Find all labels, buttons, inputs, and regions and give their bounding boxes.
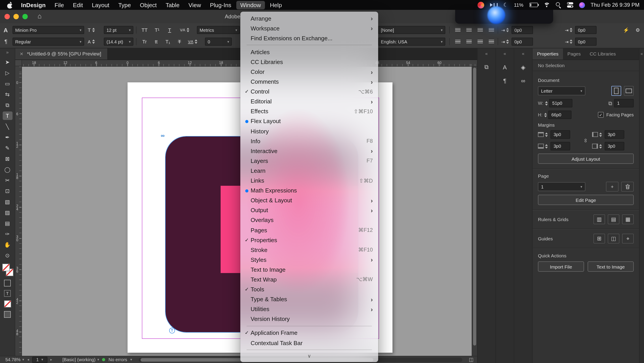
spread-view-icon[interactable]: ◫ bbox=[469, 357, 474, 362]
tracking-field[interactable]: 0 ▾ bbox=[205, 38, 232, 46]
collapse-panels-icon[interactable]: « bbox=[641, 52, 643, 363]
underline-button[interactable]: T bbox=[165, 26, 174, 34]
menu-item-version-history[interactable]: Version History bbox=[240, 314, 378, 324]
menubar-item-file[interactable]: File bbox=[50, 1, 68, 9]
right-indent-stepper[interactable] bbox=[506, 38, 510, 45]
tab-properties[interactable]: Properties bbox=[532, 48, 563, 60]
menu-item-stroke[interactable]: Stroke⌘F10 bbox=[240, 245, 378, 255]
show-guides-button[interactable]: ⊞ bbox=[594, 234, 605, 244]
menu-scroll-down-icon[interactable]: ∨ bbox=[240, 352, 378, 360]
ellipse-tool[interactable]: ◯ bbox=[2, 165, 12, 174]
pages-count-field[interactable]: 1 bbox=[614, 99, 634, 108]
document-tab[interactable]: ✕ *Untitled-9 @ 55% [GPU Preview] bbox=[15, 48, 108, 60]
menu-item-control[interactable]: ✓Control⌥⌘6 bbox=[240, 86, 378, 96]
page-next-icon[interactable]: ▸ bbox=[50, 358, 52, 362]
font-size-stepper[interactable] bbox=[92, 27, 96, 33]
menu-item-pages[interactable]: Pages⌘F12 bbox=[240, 225, 378, 235]
zoom-window-button[interactable] bbox=[22, 14, 28, 19]
scissors-tool[interactable]: ✂ bbox=[2, 176, 12, 184]
menu-item-type-tables[interactable]: Type & Tables› bbox=[240, 294, 378, 304]
kerning-field[interactable]: Metrics ▾ bbox=[197, 26, 240, 34]
character-formatting-icon[interactable]: A bbox=[4, 24, 8, 35]
menu-item-editorial[interactable]: Editorial› bbox=[240, 97, 378, 106]
first-line-indent-field[interactable]: 0p0 bbox=[575, 26, 597, 34]
paragraph-formatting-icon[interactable]: ¶ bbox=[4, 36, 8, 47]
align-center-button[interactable] bbox=[464, 26, 474, 34]
vertical-ruler[interactable]: 0612182430364248 bbox=[15, 66, 22, 356]
margin-top-stepper[interactable] bbox=[545, 131, 549, 138]
align-left-button[interactable] bbox=[453, 26, 463, 34]
font-style-select[interactable]: Regular ▾ bbox=[12, 38, 84, 46]
menu-item-find-extensions-on-exchange[interactable]: Find Extensions on Exchange... bbox=[240, 33, 378, 43]
menubar-item-help[interactable]: Help bbox=[266, 1, 286, 9]
character-styles-panel-icon[interactable]: A bbox=[500, 62, 510, 72]
superscript-button[interactable]: T¹ bbox=[152, 26, 162, 34]
wifi-icon[interactable] bbox=[544, 2, 550, 8]
menubar-app-icon[interactable] bbox=[477, 2, 484, 8]
rulers-toggle-button[interactable]: ▥ bbox=[594, 214, 605, 224]
portrait-orientation-button[interactable] bbox=[611, 86, 621, 96]
menu-item-styles[interactable]: Styles› bbox=[240, 255, 378, 265]
small-caps-button[interactable]: Tr bbox=[140, 37, 150, 46]
links-panel-icon[interactable]: ∞ bbox=[518, 76, 528, 86]
justify-button[interactable] bbox=[486, 26, 496, 34]
object-style-select[interactable]: [None] ▾ bbox=[378, 26, 445, 34]
menubar-item-view[interactable]: View bbox=[184, 1, 205, 9]
apply-none-button[interactable] bbox=[4, 300, 11, 308]
menubar-item-layout[interactable]: Layout bbox=[88, 1, 114, 9]
menu-item-effects[interactable]: Effects⇧⌘F10 bbox=[240, 106, 378, 116]
margin-top-field[interactable]: 3p0 bbox=[550, 130, 570, 139]
pen-tool[interactable]: ✒ bbox=[2, 133, 12, 142]
menu-item-workspace[interactable]: Workspace› bbox=[240, 23, 378, 33]
menubar-item-edit[interactable]: Edit bbox=[69, 1, 87, 9]
chevron-down-icon[interactable]: ▾ bbox=[130, 358, 132, 362]
collapse-panels-icon[interactable]: « bbox=[504, 48, 506, 59]
content-collector-tool[interactable]: ⧉ bbox=[2, 101, 12, 109]
text-to-image-button[interactable]: Text to Image bbox=[588, 262, 634, 272]
baseline-grid-toggle-button[interactable]: ▤ bbox=[608, 214, 620, 224]
font-size-field[interactable]: 12 pt ▾ bbox=[104, 26, 133, 34]
spotlight-icon[interactable] bbox=[556, 2, 561, 8]
right-indent-field[interactable]: 0p0 bbox=[512, 38, 533, 46]
margin-right-field[interactable]: 3p0 bbox=[604, 142, 624, 150]
lock-guides-button[interactable]: ◫ bbox=[608, 234, 620, 244]
collapse-panels-icon[interactable]: « bbox=[522, 48, 524, 59]
tracking-stepper[interactable] bbox=[195, 38, 199, 45]
leading-field[interactable]: (14.4 pt) ▾ bbox=[104, 38, 133, 46]
landscape-orientation-button[interactable] bbox=[624, 86, 634, 96]
control-center-icon[interactable] bbox=[567, 2, 573, 8]
line-tool[interactable]: ╲ bbox=[2, 122, 12, 131]
menu-item-color[interactable]: Color› bbox=[240, 67, 378, 77]
fill-swatch[interactable] bbox=[2, 264, 10, 271]
margin-bottom-field[interactable]: 3p0 bbox=[550, 142, 570, 150]
menu-item-contextual-task-bar[interactable]: Contextual Task Bar bbox=[240, 338, 378, 348]
justify-left-button[interactable] bbox=[453, 37, 463, 46]
menubar-clock[interactable]: Thu Feb 26 9:39 PM bbox=[590, 2, 640, 8]
page-number-field[interactable]: 1 ▾ bbox=[32, 356, 47, 363]
hand-tool[interactable]: ✋ bbox=[2, 240, 12, 249]
ruler-corner[interactable] bbox=[15, 60, 22, 66]
menu-item-arrange[interactable]: Arrange› bbox=[240, 14, 378, 23]
expand-panels-icon[interactable]: » bbox=[6, 48, 8, 56]
menubar-item-object[interactable]: Object bbox=[136, 1, 161, 9]
menu-item-output[interactable]: Output› bbox=[240, 206, 378, 215]
tab-cc-libraries[interactable]: CC Libraries bbox=[585, 48, 620, 60]
menu-item-interactive[interactable]: Interactive› bbox=[240, 146, 378, 156]
add-page-button[interactable]: + bbox=[606, 182, 618, 192]
preflight-profile-control[interactable]: [Basic] (working) ▾ bbox=[62, 357, 99, 362]
adjust-layout-button[interactable]: Adjust Layout bbox=[538, 154, 634, 164]
import-file-button[interactable]: Import File bbox=[538, 262, 584, 272]
siri-menubar-icon[interactable] bbox=[579, 2, 585, 8]
menu-item-overlays[interactable]: Overlays bbox=[240, 215, 378, 225]
kerning-stepper[interactable] bbox=[186, 27, 191, 33]
facing-pages-checkbox[interactable]: ✓ bbox=[598, 112, 604, 118]
menubar-item-plug-ins[interactable]: Plug-Ins bbox=[206, 1, 235, 9]
page-size-select[interactable]: Letter ▾ bbox=[538, 86, 585, 95]
margin-right-stepper[interactable] bbox=[599, 143, 603, 149]
close-tab-icon[interactable]: ✕ bbox=[20, 51, 24, 56]
height-stepper[interactable] bbox=[544, 112, 548, 118]
right-dock-strip[interactable]: « bbox=[639, 48, 644, 363]
margin-left-field[interactable]: 3p0 bbox=[604, 130, 624, 139]
left-indent-stepper[interactable] bbox=[506, 27, 510, 33]
paragraph-styles-panel-icon[interactable]: ¶ bbox=[500, 76, 510, 86]
